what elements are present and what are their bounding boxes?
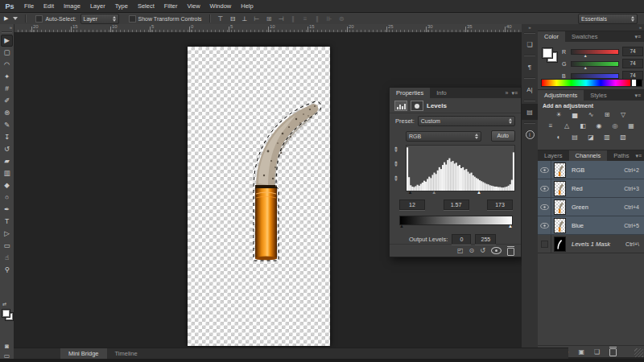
workspace-select[interactable]: Essentials xyxy=(578,14,638,24)
path-selection-tool[interactable]: ▷ xyxy=(0,228,14,240)
posterize-icon[interactable]: ▤ xyxy=(570,133,580,142)
clone-source-panel-icon[interactable]: ❏ xyxy=(522,36,538,52)
document-canvas[interactable] xyxy=(188,47,330,346)
exposure-icon[interactable]: ⊞ xyxy=(602,110,613,119)
paragraph-panel-icon[interactable]: ¶ xyxy=(522,59,538,75)
white-input-slider[interactable]: ▲ xyxy=(477,190,481,195)
hand-tool[interactable]: ☝ xyxy=(0,252,14,264)
history-brush-tool[interactable]: ↺ xyxy=(0,143,14,155)
color-lookup-icon[interactable]: ▦ xyxy=(626,121,637,130)
spot-healing-brush-tool[interactable]: ⊛ xyxy=(0,107,14,119)
brightness-contrast-icon[interactable]: ☀ xyxy=(554,110,564,119)
slider-track-g[interactable]: ▲ xyxy=(571,61,619,67)
move-tool-icon[interactable]: ▶ xyxy=(0,15,10,22)
pen-tool[interactable]: ✒ xyxy=(0,204,14,216)
white-point-eyedropper-icon[interactable]: ✐ xyxy=(391,174,400,183)
tab-timeline[interactable]: Timeline xyxy=(107,348,146,360)
visibility-eye-icon[interactable] xyxy=(538,216,551,234)
show-transform-controls-checkbox[interactable] xyxy=(129,15,136,23)
panel-menu-icon[interactable]: ▾≡ xyxy=(634,90,641,101)
tool-preset-caret-icon[interactable] xyxy=(13,17,18,20)
shadow-input[interactable]: 12 xyxy=(399,200,425,210)
slider-handle-icon[interactable]: ▲ xyxy=(584,53,588,58)
collapse-panel-icon[interactable]: » xyxy=(505,88,508,98)
quick-mask-button[interactable]: ◙ xyxy=(0,343,14,350)
brush-tool[interactable]: ✎ xyxy=(0,119,14,131)
view-previous-state-icon[interactable]: ⊙ xyxy=(469,247,475,254)
delete-channel-icon[interactable] xyxy=(609,348,617,356)
properties-panel-icon[interactable]: ▤ xyxy=(522,104,538,120)
threshold-icon[interactable]: ◪ xyxy=(586,133,597,142)
tab-info[interactable]: Info xyxy=(430,88,453,98)
quick-selection-tool[interactable]: ✦ xyxy=(0,71,14,83)
channel-row-blue[interactable]: BlueCtrl+5 xyxy=(538,216,644,235)
output-black-slider[interactable]: ▲ xyxy=(399,224,404,228)
spectrum-black-swatch[interactable] xyxy=(636,79,642,87)
distribute-bottom-edges-icon[interactable]: ∥ xyxy=(312,15,323,23)
tab-layers[interactable]: Layers xyxy=(538,150,569,161)
menu-view[interactable]: View xyxy=(182,2,204,10)
align-horizontal-centers-icon[interactable]: ⊞ xyxy=(264,15,275,23)
panel-menu-icon[interactable]: ▾≡ xyxy=(634,31,641,42)
channel-row-green[interactable]: GreenCtrl+4 xyxy=(538,198,644,216)
menu-file[interactable]: File xyxy=(19,2,39,10)
tab-color[interactable]: Color xyxy=(538,31,565,42)
eyedropper-tool[interactable]: ✐ xyxy=(0,95,14,107)
rectangular-marquee-tool[interactable]: ▢ xyxy=(0,47,14,59)
collapse-panels-icon[interactable]: » xyxy=(639,25,642,30)
vibrance-icon[interactable]: ▽ xyxy=(618,110,629,119)
auto-select-target-select[interactable]: Layer xyxy=(80,14,119,24)
tab-swatches[interactable]: Swatches xyxy=(565,31,605,42)
black-white-icon[interactable]: ◧ xyxy=(578,121,588,130)
clip-to-layer-icon[interactable]: ◰ xyxy=(457,247,464,254)
align-bottom-edges-icon[interactable]: ⊥ xyxy=(240,15,250,23)
distribute-top-edges-icon[interactable]: ∥ xyxy=(288,15,299,23)
align-left-edges-icon[interactable]: ⊢ xyxy=(252,15,262,23)
type-tool[interactable]: T xyxy=(0,216,14,228)
panel-menu-icon[interactable]: ▾≡ xyxy=(635,150,642,161)
selective-color-icon[interactable]: ▧ xyxy=(618,133,629,142)
mask-icon[interactable] xyxy=(411,101,423,111)
gradient-map-icon[interactable]: ▥ xyxy=(602,133,613,142)
3d-mode-icon[interactable]: ⊚ xyxy=(336,15,347,23)
menu-help[interactable]: Help xyxy=(236,2,258,10)
foreground-color-swatch[interactable] xyxy=(2,309,10,318)
distribute-vertical-centers-icon[interactable]: ≡ xyxy=(300,15,311,23)
menu-select[interactable]: Select xyxy=(133,2,159,10)
channel-select[interactable]: RGB xyxy=(406,131,481,142)
gamma-input[interactable]: 1.57 xyxy=(444,200,469,210)
levels-icon[interactable]: ▅ xyxy=(570,110,580,119)
auto-select-checkbox[interactable] xyxy=(35,15,43,23)
slider-track-b[interactable]: ▲ xyxy=(571,73,619,79)
toolbar-collapse-icon[interactable]: » xyxy=(0,24,14,30)
color-balance-icon[interactable]: △ xyxy=(562,121,572,130)
move-tool[interactable]: ▶ xyxy=(1,35,13,47)
color-value-input[interactable]: 74 xyxy=(622,59,643,68)
tab-properties[interactable]: Properties xyxy=(390,88,430,98)
preset-select[interactable]: Custom xyxy=(418,116,515,126)
menu-edit[interactable]: Edit xyxy=(39,2,59,10)
new-channel-icon[interactable]: ❏ xyxy=(594,348,600,356)
hue-saturation-icon[interactable]: ≡ xyxy=(546,121,556,130)
channel-row-levels-1-mask[interactable]: Levels 1 MaskCtrl+\ xyxy=(538,235,644,253)
tab-channels[interactable]: Channels xyxy=(569,150,608,161)
slider-track-r[interactable]: ▲ xyxy=(571,49,619,55)
eraser-tool[interactable]: ▰ xyxy=(0,155,14,167)
toggle-visibility-icon[interactable] xyxy=(491,247,502,254)
tab-paths[interactable]: Paths xyxy=(607,150,635,161)
tab-adjustments[interactable]: Adjustments xyxy=(538,90,584,101)
channel-mixer-icon[interactable]: ◎ xyxy=(610,121,621,130)
delete-adjustment-icon[interactable] xyxy=(507,248,514,256)
zoom-tool[interactable]: ⚲ xyxy=(0,264,14,276)
menu-window[interactable]: Window xyxy=(205,2,237,10)
blur-tool[interactable]: ◆ xyxy=(0,179,14,191)
channel-row-rgb[interactable]: RGBCtrl+2 xyxy=(538,161,644,179)
black-input-slider[interactable]: ▲ xyxy=(407,190,412,195)
invert-icon[interactable]: ◐ xyxy=(554,133,564,142)
visibility-toggle-off[interactable] xyxy=(538,235,551,253)
tab-styles[interactable]: Styles xyxy=(584,90,613,101)
gradient-tool[interactable]: ▥ xyxy=(0,167,14,179)
align-vertical-centers-icon[interactable]: ⊟ xyxy=(228,15,238,23)
lasso-tool[interactable]: ◠ xyxy=(0,59,14,71)
black-point-eyedropper-icon[interactable]: ✐ xyxy=(391,145,400,154)
